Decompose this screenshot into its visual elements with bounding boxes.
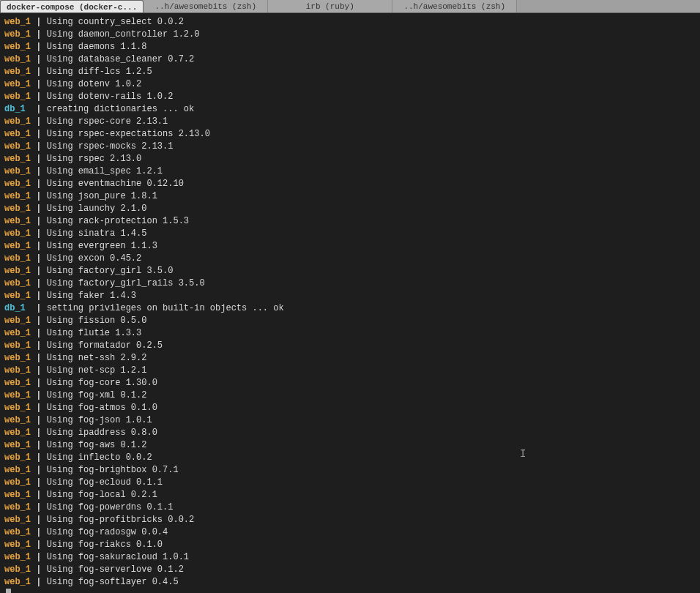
log-prefix: web_1 [4, 564, 31, 576]
log-content: Using country_select 0.0.2 [47, 16, 184, 29]
log-content: setting privileges on built-in objects .… [47, 302, 284, 315]
log-prefix: web_1 [4, 228, 31, 240]
log-line: web_1 | Using rspec-core 2.13.1 [4, 116, 696, 128]
log-separator: | [31, 215, 47, 228]
log-line: web_1 | Using evergreen 1.1.3 [4, 240, 696, 253]
log-separator: | [31, 116, 47, 128]
tab-awesomebits-1[interactable]: ..h/awesomebits (zsh) [144, 0, 268, 12]
log-line: web_1 | Using rspec-mocks 2.13.1 [4, 141, 696, 153]
log-separator: | [31, 315, 47, 327]
log-content: Using email_spec 1.2.1 [47, 165, 163, 178]
log-separator: | [31, 178, 47, 190]
log-content: Using fog-aws 0.1.2 [47, 439, 147, 452]
log-content: Using rspec 2.13.0 [47, 153, 142, 165]
log-separator: | [31, 265, 47, 277]
log-content: Using fog-xml 0.1.2 [47, 389, 147, 402]
log-line: web_1 | Using fog-ecloud 0.1.1 [4, 477, 696, 489]
log-prefix: web_1 [4, 402, 31, 414]
log-content: Using fog-atmos 0.1.0 [47, 402, 157, 414]
log-prefix: web_1 [4, 352, 31, 365]
log-content: Using fog-brightbox 0.7.1 [47, 464, 179, 477]
log-line: web_1 | Using fog-powerdns 0.1.1 [4, 501, 696, 514]
log-separator: | [31, 128, 47, 141]
terminal-output[interactable]: web_1 | Using country_select 0.0.2web_1 … [0, 13, 700, 593]
log-prefix: web_1 [4, 526, 31, 539]
log-line: web_1 | Using email_spec 1.2.1 [4, 165, 696, 178]
log-separator: | [31, 327, 47, 340]
log-separator: | [31, 277, 47, 290]
tab-docker-compose[interactable]: docker-compose (docker-c... [0, 0, 144, 12]
log-content: Using database_cleaner 0.7.2 [47, 53, 195, 66]
log-prefix: web_1 [4, 53, 31, 66]
log-line: web_1 | Using factory_girl_rails 3.5.0 [4, 277, 696, 290]
log-content: Using dotenv 1.0.2 [47, 78, 142, 91]
log-line: web_1 | Using fog-profitbricks 0.0.2 [4, 514, 696, 526]
log-line: web_1 | Using net-scp 1.2.1 [4, 365, 696, 377]
log-prefix: web_1 [4, 153, 31, 165]
log-line: web_1 | Using rack-protection 1.5.3 [4, 215, 696, 228]
log-prefix: web_1 [4, 439, 31, 452]
log-content: Using rspec-expectations 2.13.0 [47, 128, 210, 141]
log-separator: | [31, 576, 47, 589]
log-separator: | [31, 153, 47, 165]
log-prefix: web_1 [4, 501, 31, 514]
log-prefix: web_1 [4, 551, 31, 564]
log-prefix: web_1 [4, 16, 31, 29]
log-separator: | [31, 190, 47, 203]
log-prefix: web_1 [4, 389, 31, 402]
log-separator: | [31, 439, 47, 452]
log-separator: | [31, 16, 47, 29]
log-prefix: web_1 [4, 340, 31, 352]
log-separator: | [31, 365, 47, 377]
log-prefix: web_1 [4, 452, 31, 464]
log-line: web_1 | Using sinatra 1.4.5 [4, 228, 696, 240]
log-line: web_1 | Using daemons 1.1.8 [4, 41, 696, 53]
log-content: Using daemons 1.1.8 [47, 41, 147, 53]
tab-awesomebits-2[interactable]: ..h/awesomebits (zsh) [392, 0, 517, 12]
log-content: Using rspec-core 2.13.1 [47, 116, 168, 128]
log-separator: | [31, 240, 47, 253]
log-line: web_1 | Using fog-softlayer 0.4.5 [4, 576, 696, 589]
log-content: Using json_pure 1.8.1 [47, 190, 157, 203]
log-separator: | [31, 352, 47, 365]
log-line: db_1 | setting privileges on built-in ob… [4, 302, 696, 315]
log-prefix: web_1 [4, 116, 31, 128]
log-content: Using rspec-mocks 2.13.1 [47, 141, 174, 153]
log-content: Using fog-sakuracloud 1.0.1 [47, 551, 189, 564]
log-content: Using launchy 2.1.0 [47, 203, 147, 215]
log-line: web_1 | Using fog-xml 0.1.2 [4, 389, 696, 402]
log-content: Using fog-core 1.30.0 [47, 377, 157, 389]
log-content: Using diff-lcs 1.2.5 [47, 66, 152, 78]
log-separator: | [31, 53, 47, 66]
log-separator: | [31, 141, 47, 153]
log-prefix: web_1 [4, 128, 31, 141]
log-line: web_1 | Using rspec 2.13.0 [4, 153, 696, 165]
log-separator: | [31, 29, 47, 41]
log-prefix: web_1 [4, 253, 31, 265]
tab-irb[interactable]: irb (ruby) [268, 0, 392, 12]
log-content: Using factory_girl_rails 3.5.0 [47, 277, 205, 290]
log-line: web_1 | Using fission 0.5.0 [4, 315, 696, 327]
log-content: Using evergreen 1.1.3 [47, 240, 157, 253]
log-prefix: web_1 [4, 215, 31, 228]
log-separator: | [31, 253, 47, 265]
log-prefix: web_1 [4, 576, 31, 589]
log-separator: | [31, 66, 47, 78]
log-separator: | [31, 290, 47, 302]
log-line: web_1 | Using ipaddress 0.8.0 [4, 427, 696, 439]
log-content: Using daemon_controller 1.2.0 [47, 29, 200, 41]
log-separator: | [31, 302, 47, 315]
log-prefix: web_1 [4, 477, 31, 489]
log-line: web_1 | Using fog-radosgw 0.0.4 [4, 526, 696, 539]
log-prefix: web_1 [4, 427, 31, 439]
log-prefix: web_1 [4, 514, 31, 526]
log-content: Using fog-powerdns 0.1.1 [47, 501, 174, 514]
log-prefix: web_1 [4, 165, 31, 178]
log-separator: | [31, 389, 47, 402]
log-content: Using rack-protection 1.5.3 [47, 215, 189, 228]
log-content: Using eventmachine 0.12.10 [47, 178, 184, 190]
log-prefix: web_1 [4, 290, 31, 302]
log-content: Using faker 1.4.3 [47, 290, 136, 302]
log-prefix: web_1 [4, 41, 31, 53]
log-separator: | [31, 464, 47, 477]
